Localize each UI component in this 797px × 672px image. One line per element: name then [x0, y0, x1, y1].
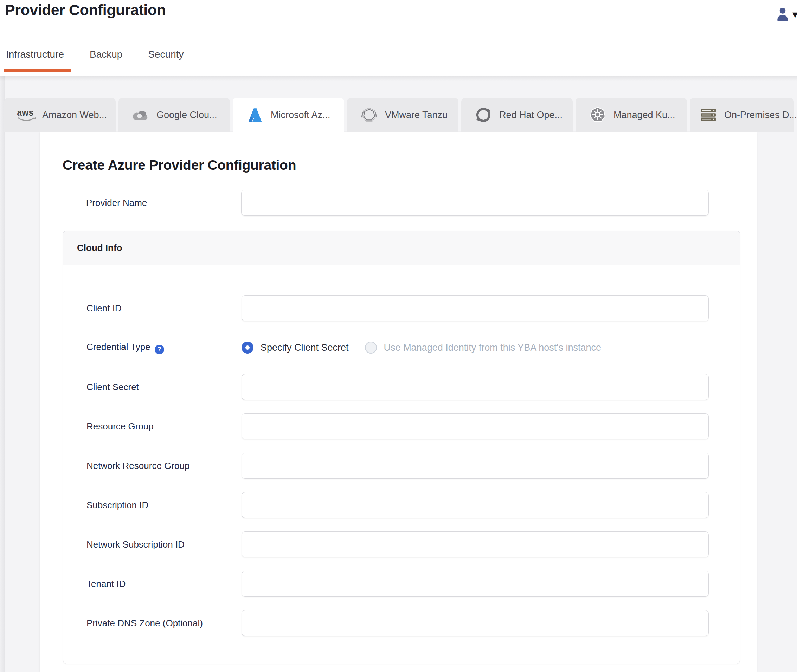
- provider-tab-gcp[interactable]: Google Clou...: [118, 98, 230, 132]
- credential-type-radio-group: Specify Client Secret Use Managed Identi…: [242, 342, 740, 354]
- private-dns-zone-input[interactable]: [242, 610, 709, 636]
- page: Provider Configuration ▾ Infrastructure …: [0, 0, 797, 672]
- subscription-id-input[interactable]: [242, 492, 709, 518]
- help-icon[interactable]: ?: [155, 345, 164, 354]
- provider-tab-label: VMware Tanzu: [385, 110, 448, 120]
- network-subscription-id-label: Network Subscription ID: [86, 538, 242, 550]
- private-dns-zone-label: Private DNS Zone (Optional): [86, 617, 242, 629]
- cloud-info-title: Cloud Info: [77, 243, 122, 253]
- radio-use-managed-identity[interactable]: Use Managed Identity from this YBA host'…: [365, 342, 601, 354]
- client-secret-label: Client Secret: [86, 381, 242, 393]
- provider-name-row: Provider Name: [86, 190, 757, 216]
- form-heading: Create Azure Provider Configuration: [62, 157, 757, 173]
- radio-specify-client-secret[interactable]: Specify Client Secret: [242, 342, 349, 354]
- provider-tab-label: Google Clou...: [157, 110, 217, 120]
- radio-specify-client-secret-label: Specify Client Secret: [261, 342, 349, 353]
- tab-security[interactable]: Security: [147, 48, 184, 72]
- tab-security-label: Security: [148, 49, 184, 60]
- tenant-id-label: Tenant ID: [86, 578, 242, 590]
- user-menu-caret-icon[interactable]: ▾: [792, 9, 797, 20]
- tab-backup[interactable]: Backup: [89, 48, 123, 72]
- cloud-info-section: Cloud Info Client ID Credential Type? Sp…: [63, 230, 740, 664]
- resource-group-label: Resource Group: [86, 420, 242, 432]
- provider-tab-aws[interactable]: aws Amazon Web...: [4, 98, 116, 132]
- provider-tab-onprem[interactable]: On-Premises D...: [690, 98, 794, 132]
- subscription-id-row: Subscription ID: [63, 492, 740, 518]
- provider-name-input[interactable]: [241, 190, 709, 216]
- cloud-info-body: Client ID Credential Type? Specify Clien…: [63, 265, 740, 636]
- google-cloud-icon: [130, 106, 151, 124]
- provider-tab-kubernetes[interactable]: Managed Ku...: [576, 98, 687, 132]
- onprem-servers-icon: [698, 106, 719, 124]
- tenant-id-row: Tenant ID: [63, 571, 740, 597]
- resource-group-input[interactable]: [242, 413, 709, 439]
- kubernetes-icon: [587, 106, 608, 124]
- main-nav: Infrastructure Backup Security: [5, 48, 185, 72]
- content-panel: Create Azure Provider Configuration Prov…: [40, 132, 757, 672]
- redhat-openshift-icon: [473, 106, 494, 124]
- svg-text:aws: aws: [17, 107, 34, 117]
- tab-infrastructure-label: Infrastructure: [6, 49, 64, 60]
- provider-tab-label: Red Hat Ope...: [499, 110, 562, 120]
- page-title: Provider Configuration: [5, 2, 166, 19]
- subscription-id-label: Subscription ID: [86, 499, 242, 511]
- radio-unselected-icon[interactable]: [365, 342, 377, 354]
- client-secret-input[interactable]: [242, 374, 709, 400]
- tenant-id-input[interactable]: [242, 571, 709, 597]
- provider-tab-label: Managed Ku...: [613, 110, 675, 120]
- private-dns-zone-row: Private DNS Zone (Optional): [63, 610, 740, 636]
- tab-infrastructure[interactable]: Infrastructure: [5, 48, 65, 72]
- network-subscription-id-input[interactable]: [242, 531, 709, 557]
- provider-tab-azure[interactable]: Microsoft Az...: [233, 98, 344, 132]
- provider-tab-bar: aws Amazon Web... Google Clou...: [4, 98, 794, 132]
- client-id-row: Client ID: [63, 295, 740, 321]
- credential-type-row: Credential Type? Specify Client Secret U…: [63, 334, 740, 361]
- header-divider: [758, 2, 758, 33]
- provider-tab-label: Amazon Web...: [42, 110, 107, 120]
- provider-tab-label: Microsoft Az...: [271, 110, 330, 120]
- network-resource-group-input[interactable]: [242, 453, 709, 479]
- client-secret-row: Client Secret: [63, 374, 740, 400]
- user-avatar-icon[interactable]: [775, 6, 791, 22]
- radio-selected-icon[interactable]: [242, 342, 253, 354]
- page-header: Provider Configuration ▾ Infrastructure …: [0, 0, 797, 75]
- credential-type-label: Credential Type?: [86, 341, 242, 354]
- vmware-tanzu-icon: [359, 106, 379, 124]
- provider-name-label: Provider Name: [86, 197, 241, 209]
- provider-tab-label: On-Premises D...: [724, 110, 797, 120]
- left-edge-strip: [0, 75, 5, 672]
- network-resource-group-row: Network Resource Group: [63, 453, 740, 479]
- radio-use-managed-identity-label: Use Managed Identity from this YBA host'…: [384, 342, 601, 353]
- client-id-input[interactable]: [242, 295, 709, 321]
- client-id-label: Client ID: [86, 302, 242, 314]
- tab-backup-label: Backup: [90, 49, 122, 60]
- provider-tab-tanzu[interactable]: VMware Tanzu: [347, 98, 458, 132]
- aws-icon: aws: [16, 106, 37, 124]
- provider-tab-openshift[interactable]: Red Hat Ope...: [461, 98, 573, 132]
- credential-type-label-text: Credential Type: [86, 342, 150, 352]
- network-subscription-id-row: Network Subscription ID: [63, 531, 740, 557]
- cloud-info-header: Cloud Info: [63, 231, 740, 265]
- resource-group-row: Resource Group: [63, 413, 740, 439]
- network-resource-group-label: Network Resource Group: [86, 460, 242, 472]
- header-shadow: [0, 75, 797, 81]
- azure-icon: [245, 107, 265, 124]
